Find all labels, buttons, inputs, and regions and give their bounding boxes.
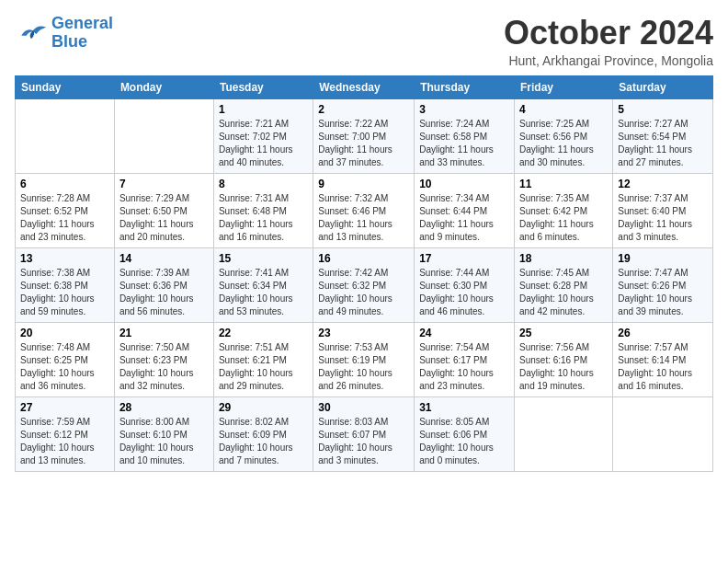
day-info: Sunrise: 8:03 AM Sunset: 6:07 PM Dayligh… (318, 416, 409, 467)
day-number: 27 (20, 401, 109, 414)
day-number: 15 (219, 252, 308, 265)
calendar-cell (16, 98, 115, 173)
calendar-table: SundayMondayTuesdayWednesdayThursdayFrid… (15, 75, 713, 472)
calendar-cell: 31Sunrise: 8:05 AM Sunset: 6:06 PM Dayli… (415, 396, 515, 471)
calendar-cell (114, 98, 213, 173)
day-number: 12 (618, 178, 708, 190)
calendar-body: 1Sunrise: 7:21 AM Sunset: 7:02 PM Daylig… (16, 98, 713, 471)
day-number: 25 (519, 327, 608, 339)
calendar-week-3: 13Sunrise: 7:38 AM Sunset: 6:38 PM Dayli… (16, 247, 713, 322)
calendar-cell: 10Sunrise: 7:34 AM Sunset: 6:44 PM Dayli… (415, 173, 515, 247)
day-info: Sunrise: 7:32 AM Sunset: 6:46 PM Dayligh… (318, 192, 409, 244)
day-info: Sunrise: 7:53 AM Sunset: 6:19 PM Dayligh… (318, 341, 409, 393)
day-info: Sunrise: 7:25 AM Sunset: 6:56 PM Dayligh… (519, 118, 608, 169)
day-number: 5 (618, 103, 708, 116)
calendar-week-5: 27Sunrise: 7:59 AM Sunset: 6:12 PM Dayli… (16, 396, 713, 471)
calendar-cell: 16Sunrise: 7:42 AM Sunset: 6:32 PM Dayli… (313, 247, 415, 322)
day-info: Sunrise: 7:38 AM Sunset: 6:38 PM Dayligh… (20, 267, 109, 318)
day-info: Sunrise: 7:45 AM Sunset: 6:28 PM Dayligh… (519, 267, 608, 318)
day-number: 26 (618, 327, 708, 339)
day-info: Sunrise: 7:50 AM Sunset: 6:23 PM Dayligh… (119, 341, 209, 393)
day-number: 14 (119, 252, 209, 265)
calendar-cell: 3Sunrise: 7:24 AM Sunset: 6:58 PM Daylig… (415, 98, 515, 173)
calendar-cell: 14Sunrise: 7:39 AM Sunset: 6:36 PM Dayli… (114, 247, 213, 322)
day-number: 22 (219, 327, 308, 339)
day-info: Sunrise: 8:00 AM Sunset: 6:10 PM Dayligh… (119, 416, 209, 467)
day-number: 13 (20, 252, 109, 265)
calendar-cell: 29Sunrise: 8:02 AM Sunset: 6:09 PM Dayli… (213, 396, 313, 471)
day-info: Sunrise: 7:39 AM Sunset: 6:36 PM Dayligh… (119, 267, 209, 318)
day-info: Sunrise: 7:27 AM Sunset: 6:54 PM Dayligh… (618, 118, 708, 169)
day-number: 23 (318, 327, 409, 339)
weekday-header-thursday: Thursday (415, 75, 515, 98)
page-header: General Blue October 2024 Hunt, Arkhanga… (15, 15, 713, 68)
calendar-cell: 18Sunrise: 7:45 AM Sunset: 6:28 PM Dayli… (515, 247, 613, 322)
day-number: 1 (219, 103, 308, 116)
day-number: 16 (318, 252, 409, 265)
calendar-cell: 26Sunrise: 7:57 AM Sunset: 6:14 PM Dayli… (613, 322, 713, 396)
calendar-cell: 15Sunrise: 7:41 AM Sunset: 6:34 PM Dayli… (213, 247, 313, 322)
location-title: Hunt, Arkhangai Province, Mongolia (504, 53, 713, 68)
day-info: Sunrise: 8:02 AM Sunset: 6:09 PM Dayligh… (219, 416, 308, 467)
day-info: Sunrise: 7:31 AM Sunset: 6:48 PM Dayligh… (219, 192, 308, 244)
day-number: 20 (20, 327, 109, 339)
calendar-cell (613, 396, 713, 471)
day-info: Sunrise: 7:29 AM Sunset: 6:50 PM Dayligh… (119, 192, 209, 244)
calendar-cell: 1Sunrise: 7:21 AM Sunset: 7:02 PM Daylig… (213, 98, 313, 173)
weekday-header-monday: Monday (114, 75, 213, 98)
calendar-cell: 6Sunrise: 7:28 AM Sunset: 6:52 PM Daylig… (16, 173, 115, 247)
calendar-week-1: 1Sunrise: 7:21 AM Sunset: 7:02 PM Daylig… (16, 98, 713, 173)
calendar-week-4: 20Sunrise: 7:48 AM Sunset: 6:25 PM Dayli… (16, 322, 713, 396)
day-number: 2 (318, 103, 409, 116)
calendar-cell: 27Sunrise: 7:59 AM Sunset: 6:12 PM Dayli… (16, 396, 115, 471)
day-number: 24 (419, 327, 509, 339)
day-number: 7 (119, 178, 209, 190)
weekday-header-sunday: Sunday (16, 75, 115, 98)
calendar-cell: 12Sunrise: 7:37 AM Sunset: 6:40 PM Dayli… (613, 173, 713, 247)
day-info: Sunrise: 7:41 AM Sunset: 6:34 PM Dayligh… (219, 267, 308, 318)
day-info: Sunrise: 7:54 AM Sunset: 6:17 PM Dayligh… (419, 341, 509, 393)
calendar-header: SundayMondayTuesdayWednesdayThursdayFrid… (16, 75, 713, 98)
day-number: 3 (419, 103, 509, 116)
calendar-cell: 17Sunrise: 7:44 AM Sunset: 6:30 PM Dayli… (415, 247, 515, 322)
day-number: 11 (519, 178, 608, 190)
calendar-cell: 4Sunrise: 7:25 AM Sunset: 6:56 PM Daylig… (515, 98, 613, 173)
calendar-week-2: 6Sunrise: 7:28 AM Sunset: 6:52 PM Daylig… (16, 173, 713, 247)
calendar-cell: 7Sunrise: 7:29 AM Sunset: 6:50 PM Daylig… (114, 173, 213, 247)
calendar-cell: 20Sunrise: 7:48 AM Sunset: 6:25 PM Dayli… (16, 322, 115, 396)
calendar-cell: 30Sunrise: 8:03 AM Sunset: 6:07 PM Dayli… (313, 396, 415, 471)
day-info: Sunrise: 7:48 AM Sunset: 6:25 PM Dayligh… (20, 341, 109, 393)
calendar-cell: 23Sunrise: 7:53 AM Sunset: 6:19 PM Dayli… (313, 322, 415, 396)
logo-text-general: General (51, 15, 113, 33)
weekday-header-row: SundayMondayTuesdayWednesdayThursdayFrid… (16, 75, 713, 98)
day-info: Sunrise: 8:05 AM Sunset: 6:06 PM Dayligh… (419, 416, 509, 467)
month-title: October 2024 (504, 15, 713, 52)
day-info: Sunrise: 7:51 AM Sunset: 6:21 PM Dayligh… (219, 341, 308, 393)
logo-icon (15, 20, 48, 46)
day-info: Sunrise: 7:44 AM Sunset: 6:30 PM Dayligh… (419, 267, 509, 318)
logo: General Blue (15, 15, 113, 52)
day-number: 6 (20, 178, 109, 190)
calendar-cell: 21Sunrise: 7:50 AM Sunset: 6:23 PM Dayli… (114, 322, 213, 396)
day-info: Sunrise: 7:35 AM Sunset: 6:42 PM Dayligh… (519, 192, 608, 244)
day-number: 28 (119, 401, 209, 414)
day-number: 17 (419, 252, 509, 265)
logo-text-blue: Blue (51, 33, 113, 52)
day-info: Sunrise: 7:28 AM Sunset: 6:52 PM Dayligh… (20, 192, 109, 244)
day-number: 18 (519, 252, 608, 265)
weekday-header-friday: Friday (515, 75, 613, 98)
calendar-cell: 25Sunrise: 7:56 AM Sunset: 6:16 PM Dayli… (515, 322, 613, 396)
weekday-header-saturday: Saturday (613, 75, 713, 98)
day-number: 19 (618, 252, 708, 265)
day-info: Sunrise: 7:37 AM Sunset: 6:40 PM Dayligh… (618, 192, 708, 244)
day-info: Sunrise: 7:59 AM Sunset: 6:12 PM Dayligh… (20, 416, 109, 467)
calendar-cell: 2Sunrise: 7:22 AM Sunset: 7:00 PM Daylig… (313, 98, 415, 173)
day-info: Sunrise: 7:42 AM Sunset: 6:32 PM Dayligh… (318, 267, 409, 318)
calendar-cell: 24Sunrise: 7:54 AM Sunset: 6:17 PM Dayli… (415, 322, 515, 396)
day-number: 31 (419, 401, 509, 414)
weekday-header-tuesday: Tuesday (213, 75, 313, 98)
calendar-cell: 22Sunrise: 7:51 AM Sunset: 6:21 PM Dayli… (213, 322, 313, 396)
day-number: 10 (419, 178, 509, 190)
day-number: 8 (219, 178, 308, 190)
calendar-cell: 28Sunrise: 8:00 AM Sunset: 6:10 PM Dayli… (114, 396, 213, 471)
